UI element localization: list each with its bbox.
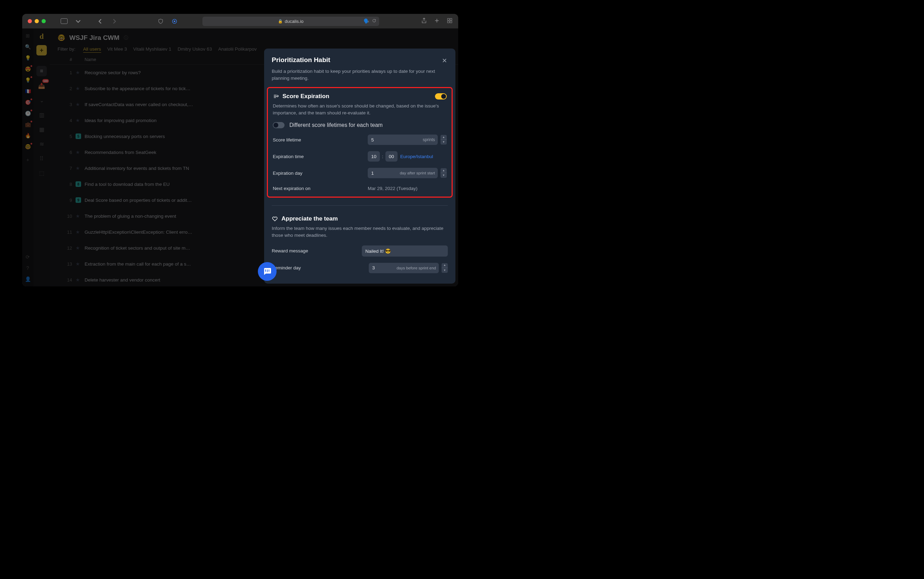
heart-icon [272,216,278,222]
share-icon[interactable] [421,18,427,25]
clock-icon[interactable]: 🕐 [24,110,31,116]
stepper-up-icon: ▲ [441,168,447,173]
rail-list-icon[interactable]: ≡ [36,66,47,76]
rail-grid-icon[interactable]: ▦ [36,124,47,134]
inbox-badge: 100 [42,79,49,83]
rail-chevron-down-icon[interactable]: ⌄ [36,95,47,105]
rail-cube-icon[interactable]: ⬚ [36,168,47,178]
window-close[interactable] [28,19,32,23]
briefcase-icon[interactable]: 💼 [24,121,31,128]
score-expiration-toggle[interactable] [435,93,447,100]
translate-icon[interactable]: 🗣️ [364,18,369,24]
browser-window: 🔒 ducalis.io 🗣️ ⊞ 🔍 💡 😍 💡 [22,14,458,286]
info-icon[interactable]: ⓘ [124,35,128,41]
filter-user[interactable]: Vitalii Myshliaiev 1 [133,46,171,52]
filter-label: Filter by: [57,46,75,52]
window-maximize[interactable] [42,19,46,23]
expiration-time-label: Expiration time [273,154,304,159]
emoji-heart-icon[interactable]: 😍 [24,66,31,72]
avatar[interactable]: 👤 [24,276,31,282]
score-expiration-title: Score Expiration [282,93,329,100]
tab-dropdown[interactable] [73,16,83,26]
different-lifetimes-toggle[interactable] [273,122,284,128]
logo[interactable]: d [39,32,44,41]
url-host: ducalis.io [285,19,304,24]
rail-layers-icon[interactable]: ≋ [36,139,47,149]
help-icon[interactable]: ? [24,265,31,271]
apps-icon[interactable]: ⊞ [24,33,31,39]
expiration-day-input[interactable] [371,170,382,176]
new-tab-icon[interactable] [434,18,440,25]
expiration-hour-input[interactable]: 10 [368,151,380,162]
add-board-button[interactable]: + [36,45,47,56]
rail-users-icon[interactable]: ⠿ [36,153,47,164]
sync-icon[interactable]: ⟳ [24,254,31,260]
window-minimize[interactable] [35,19,39,23]
expiration-day-unit: day after sprint start [396,171,435,175]
reload-icon[interactable] [372,18,376,24]
face-icon[interactable]: 🤓 [24,144,31,150]
fire-icon[interactable]: 🔥 [24,132,31,139]
close-icon[interactable]: ✕ [441,56,448,65]
flag-icon[interactable]: 🇫🇷 [24,88,31,94]
bulb-icon[interactable]: 💡 [24,77,31,83]
rail-inbox-icon[interactable]: 📥100 [36,80,47,91]
reminder-day-unit: days before sprint end [393,266,436,270]
score-expiration-desc: Determines how often an issue's score sh… [273,103,447,117]
next-expiration-label: Next expiration on [273,186,310,191]
reminder-day-input[interactable] [372,265,383,271]
different-lifetimes-label: Different score lifetimes for each team [289,122,383,128]
svg-rect-2 [447,18,449,20]
expiration-minute-input[interactable]: 00 [385,151,398,162]
svg-rect-4 [447,21,449,23]
board-title: WSJF Jira CWM [69,34,119,42]
browser-toolbar: 🔒 ducalis.io 🗣️ [22,14,458,28]
filter-user[interactable]: Vit Mee 3 [108,46,127,52]
stepper-up-icon: ▲ [441,135,447,140]
lock-icon: 🔒 [278,19,283,24]
stepper-down-icon: ▼ [441,173,447,178]
expiration-day-stepper[interactable]: ▲▼ [441,168,447,178]
intercom-launcher[interactable] [258,262,277,281]
next-expiration-value: Mar 29, 2022 (Tuesday) [368,186,447,191]
score-lifetime-label: Score lifetime [273,137,301,142]
filter-user[interactable]: All users [83,46,101,53]
password-manager-icon[interactable] [170,16,179,26]
rail-chart-icon[interactable]: ▥ [36,110,47,120]
appreciate-title: Appreciate the team [281,215,338,222]
board-rail: d + ≡ 📥100 ⌄ ▥ ▦ ≋ ⠿ ⬚ [33,28,50,286]
sidebar-toggle-button[interactable] [60,16,69,26]
svg-point-1 [174,20,175,22]
svg-rect-5 [450,21,452,23]
reminder-day-stepper[interactable]: ▲▼ [442,263,448,273]
timezone-link[interactable]: Europe/Istanbul [400,154,433,159]
stepper-up-icon: ▲ [442,263,448,268]
score-lifetime-input[interactable] [371,137,382,143]
score-lifetime-stepper[interactable]: ▲▼ [441,135,447,145]
idea-icon[interactable]: 💡 [24,55,31,61]
reward-message-input[interactable]: Nailed It! 😎 [362,245,448,257]
forward-button[interactable] [109,16,119,26]
svg-rect-3 [450,18,452,20]
shield-icon[interactable] [156,16,165,26]
settings-panel: Prioritization Habit ✕ Build a prioritiz… [264,49,455,284]
back-button[interactable] [96,16,104,26]
expiration-day-label: Expiration day [273,170,302,176]
search-icon[interactable]: 🔍 [24,44,31,50]
add-icon[interactable]: + [24,157,31,163]
left-rail: ⊞ 🔍 💡 😍 💡 🇫🇷 🎯 🕐 💼 🔥 🤓 + ⟳ ? 👤 [22,28,33,286]
appreciate-section: Appreciate the team Inform the team how … [272,211,448,273]
tabs-overview-icon[interactable] [447,18,453,25]
panel-title: Prioritization Habit [272,56,330,64]
reward-message-label: Reward message [272,248,308,254]
stepper-down-icon: ▼ [442,268,448,273]
score-lifetime-unit: sprints [420,137,435,142]
filter-user[interactable]: Dmitry Uskov 63 [178,46,212,52]
expiration-icon [273,93,279,100]
address-bar[interactable]: 🔒 ducalis.io 🗣️ [202,16,379,26]
appreciate-desc: Inform the team how many issues each mem… [272,225,448,239]
col-num-header[interactable]: # [57,57,75,62]
stepper-down-icon: ▼ [441,140,447,145]
filter-user[interactable]: Anatolii Polikarpov [218,46,256,52]
target-icon[interactable]: 🎯 [24,99,31,105]
